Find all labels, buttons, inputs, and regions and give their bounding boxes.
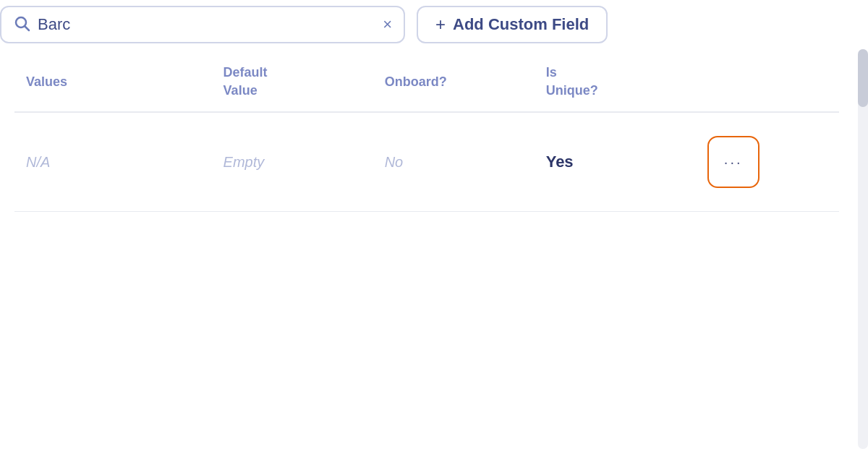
table-container[interactable]: Values DefaultValue Onboard? IsUnique? xyxy=(0,49,868,449)
svg-line-1 xyxy=(25,27,30,31)
column-header-default-value: DefaultValue xyxy=(212,49,373,112)
cell-actions: ··· xyxy=(696,112,839,212)
cell-is-unique: Yes xyxy=(535,112,696,212)
table-row: N/A Empty No Yes ··· xyxy=(14,112,839,212)
search-box: × xyxy=(0,6,405,43)
search-clear-button[interactable]: × xyxy=(383,15,392,34)
search-icon xyxy=(13,14,30,35)
table-header-row: Values DefaultValue Onboard? IsUnique? xyxy=(14,49,839,112)
content-area: Values DefaultValue Onboard? IsUnique? xyxy=(0,49,868,449)
scrollbar-track[interactable] xyxy=(858,49,868,449)
cell-default-value: Empty xyxy=(212,112,373,212)
top-bar: × + Add Custom Field xyxy=(0,0,868,49)
cell-values: N/A xyxy=(14,112,212,212)
column-header-actions xyxy=(696,49,839,112)
add-custom-field-label: Add Custom Field xyxy=(453,15,589,34)
data-table: Values DefaultValue Onboard? IsUnique? xyxy=(14,49,839,212)
plus-icon: + xyxy=(435,14,446,35)
column-header-is-unique: IsUnique? xyxy=(535,49,696,112)
column-header-values: Values xyxy=(14,49,212,112)
more-options-button[interactable]: ··· xyxy=(707,136,760,188)
add-custom-field-button[interactable]: + Add Custom Field xyxy=(417,6,608,43)
cell-onboard: No xyxy=(373,112,535,212)
search-input[interactable] xyxy=(38,15,375,34)
main-container: × + Add Custom Field Values DefaultValue xyxy=(0,0,868,449)
scrollbar-thumb[interactable] xyxy=(858,49,868,107)
column-header-onboard: Onboard? xyxy=(373,49,535,112)
